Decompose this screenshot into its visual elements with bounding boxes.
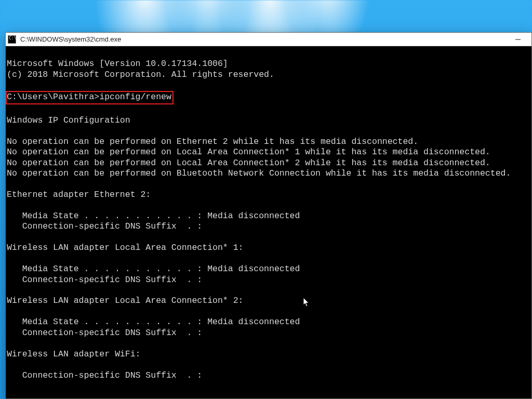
cmd-app-icon [8,35,16,44]
term-line: Wireless LAN adapter WiFi: [7,349,140,359]
term-line: Media State . . . . . . . . . . . : Medi… [7,317,300,327]
term-line: No operation can be performed on Local A… [7,158,490,168]
terminal-output[interactable]: Microsoft Windows [Version 10.0.17134.10… [6,46,531,398]
term-line: Media State . . . . . . . . . . . : Medi… [7,264,300,274]
term-line: Wireless LAN adapter Local Area Connecti… [7,243,243,252]
term-line: Connection-specific DNS Suffix . : [7,275,202,285]
term-line: Windows IP Configuration [7,115,130,125]
term-line: Connection-specific DNS Suffix . : [7,370,202,380]
term-line: Media State . . . . . . . . . . . : Medi… [7,211,300,221]
term-line: Wireless LAN adapter Local Area Connecti… [7,296,243,305]
minimize-button[interactable] [507,33,529,46]
term-line: Connection-specific DNS Suffix . : [7,221,202,231]
term-line: (c) 2018 Microsoft Corporation. All righ… [7,70,274,79]
minimize-icon [515,36,521,43]
term-line: No operation can be performed on Local A… [7,147,490,157]
prompt-text: C:\Users\Pavithra> [7,92,99,102]
cmd-window: C:\WINDOWS\system32\cmd.exe Microsoft Wi… [5,32,532,399]
term-line: Connection-specific DNS Suffix . : [7,328,202,338]
window-title: C:\WINDOWS\system32\cmd.exe [20,35,502,43]
term-line: Ethernet adapter Ethernet 2: [7,190,151,200]
mouse-cursor-icon [303,297,310,308]
command-input-text: ipconfig/renew [99,92,171,102]
titlebar[interactable]: C:\WINDOWS\system32\cmd.exe [6,33,531,46]
term-line: No operation can be performed on Etherne… [7,137,418,147]
term-line: No operation can be performed on Bluetoo… [7,168,511,178]
term-line: Microsoft Windows [Version 10.0.17134.10… [7,59,228,69]
highlighted-command: C:\Users\Pavithra>ipconfig/renew [6,91,174,104]
